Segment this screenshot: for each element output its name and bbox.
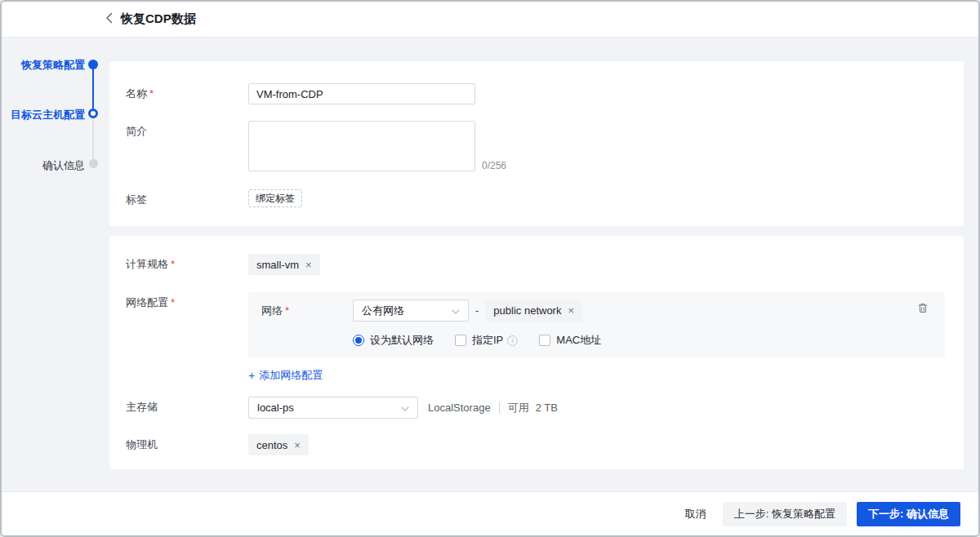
step-confirm-info[interactable]: 确认信息: [42, 158, 85, 173]
plus-icon: +: [248, 370, 255, 381]
primary-storage-info: LocalStorage 可用 2 TB: [428, 397, 558, 419]
target-config-card: 计算规格* small-vm × 网络配置*: [109, 236, 964, 469]
description-row: 简介 0/256: [126, 121, 947, 171]
instance-offering-tag: small-vm ×: [248, 254, 320, 275]
network-options-row: 设为默认网络 指定IP i MAC地址: [261, 333, 932, 348]
info-icon[interactable]: i: [507, 335, 518, 346]
host-label: 物理机: [126, 434, 248, 455]
step-label: 目标云主机配置: [11, 108, 85, 122]
available-value: 2 TB: [536, 402, 558, 414]
bind-tag-button[interactable]: 绑定标签: [248, 189, 302, 207]
step-label: 恢复策略配置: [21, 58, 85, 73]
back-button[interactable]: [105, 12, 113, 26]
cancel-button[interactable]: 取消: [679, 507, 713, 521]
step-dot-pending: [89, 159, 98, 168]
primary-storage-label: 主存储: [126, 397, 248, 418]
remove-tag-icon[interactable]: ×: [568, 305, 574, 316]
step-label: 确认信息: [42, 158, 85, 173]
footer-bar: 取消 上一步: 恢复策略配置 下一步: 确认信息: [2, 491, 978, 535]
required-mark: *: [171, 258, 175, 270]
storage-type: LocalStorage: [428, 402, 491, 414]
prev-step-button[interactable]: 上一步: 恢复策略配置: [723, 502, 847, 526]
specify-ip-label: 指定IP: [472, 333, 503, 348]
add-network-config-link[interactable]: + 添加网络配置: [248, 368, 323, 383]
name-label: 名称*: [126, 83, 248, 104]
mac-address-label: MAC地址: [556, 333, 601, 348]
required-mark: *: [171, 296, 175, 308]
network-tag: public network ×: [485, 300, 582, 322]
network-config-row: 网络配置* 网络* 公有网络: [126, 292, 947, 383]
primary-storage-select[interactable]: local-ps: [248, 397, 418, 419]
default-network-radio[interactable]: [353, 335, 364, 346]
network-select-row: 网络* 公有网络 - public net: [261, 300, 932, 322]
network-type-select[interactable]: 公有网络: [353, 300, 469, 322]
tag-row: 标签 绑定标签: [126, 189, 947, 211]
page-header: 恢复CDP数据: [2, 2, 978, 38]
step-dot-done: [88, 60, 98, 69]
specify-ip-checkbox[interactable]: [455, 335, 466, 346]
char-counter: 0/256: [482, 160, 506, 171]
tag-label: 标签: [126, 189, 248, 211]
remove-tag-icon[interactable]: ×: [305, 260, 312, 270]
instance-offering-row: 计算规格* small-vm ×: [126, 254, 947, 275]
step-dot-current: [88, 109, 98, 118]
network-panel: 网络* 公有网络 - public net: [248, 292, 945, 357]
name-row: 名称*: [126, 83, 947, 104]
step-sidebar: 恢复策略配置 目标云主机配置 确认信息: [2, 38, 109, 491]
required-mark: *: [149, 87, 154, 100]
mac-address-checkbox[interactable]: [539, 335, 550, 346]
host-tag: centos ×: [248, 434, 309, 455]
primary-storage-row: 主存储 local-ps LocalStorage 可用 2 TB: [126, 397, 947, 419]
form-main: 名称* 简介 0/256 标签 绑定标签: [109, 38, 978, 491]
remove-tag-icon[interactable]: ×: [294, 440, 301, 450]
trash-icon: [917, 304, 929, 317]
step-target-vm[interactable]: 目标云主机配置: [11, 108, 85, 122]
chevron-down-icon: [452, 304, 460, 317]
back-chevron-icon: [105, 12, 113, 26]
divider: [499, 402, 500, 413]
required-mark: *: [285, 304, 289, 317]
stepper-rail-active: [92, 65, 94, 113]
dash-separator: -: [475, 304, 479, 317]
page-title: 恢复CDP数据: [121, 11, 196, 27]
available-label: 可用: [508, 401, 529, 415]
basic-info-card: 名称* 简介 0/256 标签 绑定标签: [109, 61, 964, 226]
description-label: 简介: [126, 121, 248, 142]
step-recovery-strategy[interactable]: 恢复策略配置: [21, 58, 85, 73]
network-label: 网络*: [261, 304, 353, 318]
default-network-label: 设为默认网络: [370, 333, 434, 348]
content-area: 恢复策略配置 目标云主机配置 确认信息 名称*: [2, 38, 978, 491]
delete-network-button[interactable]: [917, 302, 929, 314]
network-config-label: 网络配置*: [126, 292, 248, 313]
name-input[interactable]: [248, 83, 475, 104]
next-step-button[interactable]: 下一步: 确认信息: [857, 502, 960, 526]
restore-cdp-window: 恢复CDP数据 恢复策略配置 目标云主机配置 确认信息: [0, 0, 980, 537]
host-row: 物理机 centos ×: [126, 434, 947, 455]
instance-offering-label: 计算规格*: [126, 254, 248, 275]
description-textarea[interactable]: [248, 121, 475, 171]
stepper-rail-inactive: [92, 115, 94, 164]
chevron-down-icon: [401, 402, 409, 414]
